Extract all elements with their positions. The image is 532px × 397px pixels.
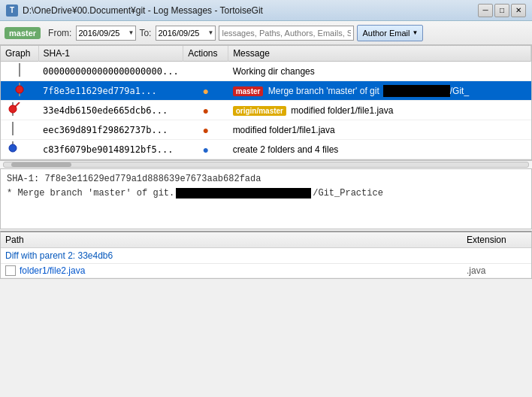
detail-redacted bbox=[176, 188, 311, 198]
graph-svg bbox=[5, 63, 34, 77]
graph-svg bbox=[5, 141, 34, 155]
file-icon bbox=[5, 265, 16, 276]
bottom-panel: Path Extension Diff with parent 2: 33e4d… bbox=[0, 231, 532, 279]
extension-column-header: Extension bbox=[467, 235, 527, 245]
message-cell: modified folder1/file1.java bbox=[228, 120, 531, 140]
file-extension: .java bbox=[467, 265, 527, 276]
table-header-row: Graph SHA-1 Actions Message bbox=[1, 46, 531, 62]
action-icon: ● bbox=[200, 144, 212, 156]
list-item[interactable]: folder1/file2.java .java bbox=[1, 264, 531, 278]
table-row[interactable]: eec369d891f29862737b... ● modified folde… bbox=[1, 120, 531, 140]
detail-panel: SHA-1: 7f8e3e11629ed779a1d888639e7673aab… bbox=[0, 169, 532, 229]
detail-message-prefix: * Merge branch 'master' of git. bbox=[7, 188, 174, 198]
action-modified-icon: ● bbox=[200, 85, 212, 97]
graph-cell bbox=[1, 62, 38, 81]
author-email-button[interactable]: Author Email ▼ bbox=[357, 25, 423, 41]
action-icon: ● bbox=[200, 124, 212, 136]
from-label: From: bbox=[48, 28, 71, 38]
branch-badge: master bbox=[5, 27, 41, 39]
sha-cell: eec369d891f29862737b... bbox=[38, 120, 183, 140]
origin-master-tag: origin/master bbox=[233, 106, 286, 116]
window-controls[interactable]: ─ □ ✕ bbox=[478, 4, 526, 17]
from-date-arrow: ▼ bbox=[128, 29, 135, 36]
col-message: Message bbox=[228, 46, 531, 62]
col-actions: Actions bbox=[183, 46, 228, 62]
diff-header: Diff with parent 2: 33e4db6 bbox=[1, 248, 531, 264]
from-date-value: 2016/09/25 bbox=[78, 29, 119, 38]
actions-cell: ● bbox=[183, 81, 228, 101]
master-tag: master bbox=[233, 86, 264, 96]
scroll-track[interactable] bbox=[3, 162, 529, 168]
actions-cell bbox=[183, 62, 228, 81]
sha-cell: 33e4db6150ede665dcb6... bbox=[38, 101, 183, 120]
svg-point-5 bbox=[9, 105, 17, 113]
graph-cell bbox=[1, 120, 38, 140]
app-icon: T bbox=[6, 5, 18, 17]
col-graph: Graph bbox=[1, 46, 38, 62]
detail-sha: SHA-1: 7f8e3e11629ed779a1d888639e7673aab… bbox=[7, 174, 525, 184]
maximize-button[interactable]: □ bbox=[494, 4, 509, 17]
path-column-header: Path bbox=[5, 235, 467, 245]
graph-svg bbox=[5, 83, 34, 96]
graph-cell bbox=[1, 81, 38, 101]
log-table-container: Graph SHA-1 Actions Message 000000000000… bbox=[0, 45, 532, 160]
title-bar-left: T D:\OneDrive¥00.Document¥git - Log Mess… bbox=[6, 5, 263, 17]
message-cell: origin/master modified folder1/file1.jav… bbox=[228, 101, 531, 120]
detail-message-suffix: /Git_Practice bbox=[313, 188, 383, 198]
search-input[interactable] bbox=[219, 26, 354, 41]
actions-cell: ● bbox=[183, 120, 228, 140]
author-email-arrow: ▼ bbox=[412, 29, 418, 36]
close-button[interactable]: ✕ bbox=[511, 4, 526, 17]
graph-svg bbox=[5, 102, 34, 116]
title-bar: T D:\OneDrive¥00.Document¥git - Log Mess… bbox=[0, 0, 532, 21]
detail-message: * Merge branch 'master' of git. /Git_Pra… bbox=[7, 187, 525, 200]
graph-svg bbox=[5, 122, 34, 135]
sha-cell: c83f6079be90148912bf5... bbox=[38, 140, 183, 159]
window-title: D:\OneDrive¥00.Document¥git - Log Messag… bbox=[23, 5, 263, 16]
message-cell: master Merge branch 'master' of git /Git… bbox=[228, 81, 531, 101]
author-email-label: Author Email bbox=[362, 29, 410, 38]
redacted-text bbox=[383, 85, 450, 97]
message-cell: Working dir changes bbox=[228, 62, 531, 81]
actions-cell: ● bbox=[183, 140, 228, 159]
sha-cell: 7f8e3e11629ed779a1... bbox=[38, 81, 183, 101]
table-row[interactable]: 7f8e3e11629ed779a1... ● master Merge bra… bbox=[1, 81, 531, 101]
file-name: folder1/file2.java bbox=[20, 265, 467, 276]
graph-cell bbox=[1, 140, 38, 159]
toolbar: master From: 2016/09/25 ▼ To: 2016/09/25… bbox=[0, 21, 532, 45]
to-date-picker[interactable]: 2016/09/25 ▼ bbox=[156, 26, 216, 41]
svg-point-8 bbox=[9, 144, 17, 152]
to-date-arrow: ▼ bbox=[208, 29, 214, 36]
minimize-button[interactable]: ─ bbox=[478, 4, 493, 17]
to-label: To: bbox=[139, 28, 151, 38]
log-table: Graph SHA-1 Actions Message 000000000000… bbox=[1, 46, 531, 159]
action-icon: ● bbox=[200, 105, 212, 117]
table-row[interactable]: 33e4db6150ede665dcb6... ● origin/master … bbox=[1, 101, 531, 120]
sha-cell: 0000000000000000000000... bbox=[38, 62, 183, 81]
horizontal-scrollbar[interactable] bbox=[0, 160, 532, 169]
svg-point-2 bbox=[16, 86, 23, 93]
to-date-value: 2016/09/25 bbox=[158, 29, 199, 38]
from-date-picker[interactable]: 2016/09/25 ▼ bbox=[76, 26, 136, 41]
bottom-panel-header: Path Extension bbox=[1, 232, 531, 248]
table-row[interactable]: 0000000000000000000000... Working dir ch… bbox=[1, 62, 531, 81]
actions-cell: ● bbox=[183, 101, 228, 120]
col-sha: SHA-1 bbox=[38, 46, 183, 62]
graph-cell bbox=[1, 101, 38, 120]
scroll-thumb[interactable] bbox=[11, 162, 71, 167]
message-cell: create 2 folders and 4 files bbox=[228, 140, 531, 159]
table-row[interactable]: c83f6079be90148912bf5... ● create 2 fold… bbox=[1, 140, 531, 159]
